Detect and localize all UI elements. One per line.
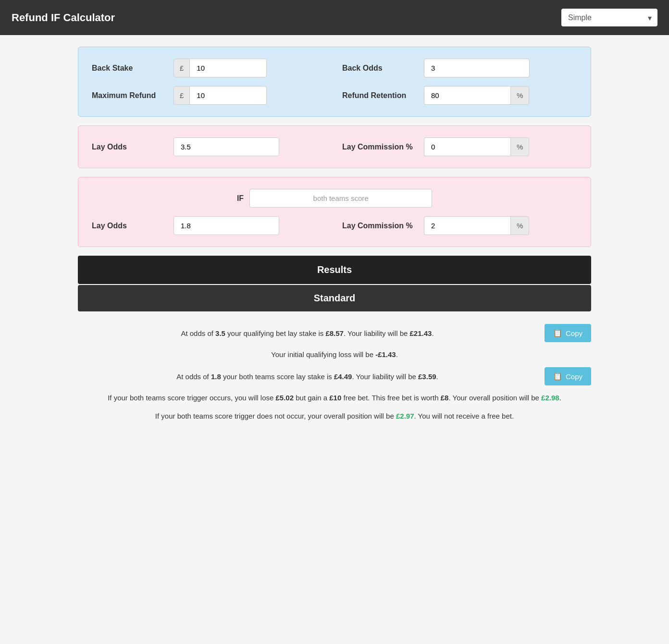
result-text-3: At odds of 1.8 your both teams score lay…	[78, 372, 537, 381]
refund-retention-label: Refund Retention	[342, 91, 419, 100]
lay-commission-input-group-1: %	[424, 137, 529, 156]
result-text-1: At odds of 3.5 your qualifying bet lay s…	[78, 329, 537, 337]
lay-odds-row-1: Lay Odds Lay Commission % %	[92, 137, 577, 156]
result-lose: £5.02	[275, 394, 294, 402]
result-stake-3: £4.49	[334, 372, 352, 381]
lay-commission-suffix-1: %	[510, 137, 529, 156]
back-odds-group: Back Odds	[342, 59, 577, 77]
result-position-1: £2.98	[541, 394, 559, 402]
lay-commission-group-1: Lay Commission % %	[342, 137, 577, 156]
back-odds-label: Back Odds	[342, 64, 419, 73]
result-liability-1: £21.43	[410, 329, 432, 337]
if-row: IF	[92, 189, 577, 208]
if-input[interactable]	[249, 189, 432, 208]
lay-odds-label-1: Lay Odds	[92, 143, 169, 151]
result-row-4: If your both teams score trigger occurs,…	[78, 392, 591, 404]
header: Refund IF Calculator Simple Advanced	[0, 0, 669, 35]
max-refund-input[interactable]	[190, 86, 267, 105]
result-worth: £8	[441, 394, 449, 402]
lay-bet-card-2: IF Lay Odds Lay Commission % %	[78, 177, 591, 247]
back-stake-row: Back Stake £ Back Odds	[92, 59, 577, 77]
back-stake-group: Back Stake £	[92, 59, 327, 77]
back-stake-label: Back Stake	[92, 64, 169, 73]
copy-button-1[interactable]: 📋 Copy	[545, 324, 591, 342]
lay-commission-input-1[interactable]	[424, 137, 510, 156]
refund-retention-group: Refund Retention %	[342, 86, 577, 105]
max-refund-prefix: £	[173, 86, 190, 105]
lay-commission-group-2: Lay Commission % %	[342, 216, 577, 235]
back-odds-input[interactable]	[424, 59, 530, 77]
result-odds-1: 3.5	[215, 329, 225, 337]
results-bar: Results	[78, 256, 591, 284]
result-row-1: At odds of 3.5 your qualifying bet lay s…	[78, 324, 591, 342]
result-odds-3: 1.8	[211, 372, 221, 381]
back-stake-prefix: £	[173, 59, 190, 77]
lay-odds-group-2: Lay Odds	[92, 216, 327, 235]
max-refund-group: Maximum Refund £	[92, 86, 327, 105]
result-stake-1: £8.57	[325, 329, 344, 337]
refund-retention-input[interactable]	[424, 86, 510, 105]
if-label: IF	[237, 194, 244, 203]
max-refund-row: Maximum Refund £ Refund Retention %	[92, 86, 577, 105]
result-position-2: £2.97	[396, 412, 414, 420]
mode-select[interactable]: Simple Advanced	[561, 9, 657, 26]
back-bet-card: Back Stake £ Back Odds Maximum Refund £	[78, 47, 591, 117]
lay-odds-input-2[interactable]	[173, 216, 279, 235]
result-row-5: If your both teams score trigger does no…	[78, 410, 591, 422]
copy-icon-1: 📋	[553, 329, 562, 337]
refund-retention-suffix: %	[510, 86, 529, 105]
back-stake-input-group: £	[173, 59, 267, 77]
lay-odds-group-1: Lay Odds	[92, 137, 327, 156]
result-loss: -£1.43	[375, 350, 396, 359]
lay-odds-input-1[interactable]	[173, 137, 279, 156]
max-refund-input-group: £	[173, 86, 267, 105]
lay-commission-input-2[interactable]	[424, 216, 510, 235]
lay-commission-suffix-2: %	[510, 216, 529, 235]
standard-bar: Standard	[78, 285, 591, 311]
copy-icon-2: 📋	[553, 372, 562, 381]
main-content: Back Stake £ Back Odds Maximum Refund £	[70, 47, 599, 433]
copy-button-2[interactable]: 📋 Copy	[545, 367, 591, 385]
lay-odds-label-2: Lay Odds	[92, 222, 169, 230]
lay-commission-input-group-2: %	[424, 216, 529, 235]
lay-commission-label-2: Lay Commission %	[342, 222, 419, 230]
result-liability-3: £3.59	[418, 372, 436, 381]
max-refund-label: Maximum Refund	[92, 91, 169, 100]
results-content: At odds of 3.5 your qualifying bet lay s…	[78, 320, 591, 433]
refund-retention-input-group: %	[424, 86, 529, 105]
copy-label-2: Copy	[566, 372, 582, 381]
page-title: Refund IF Calculator	[12, 12, 115, 24]
lay-commission-label-1: Lay Commission %	[342, 143, 419, 151]
result-free: £10	[329, 394, 341, 402]
result-row-2: Your initial qualifying loss will be -£1…	[78, 349, 591, 360]
lay-bet-card-1: Lay Odds Lay Commission % %	[78, 125, 591, 168]
lay-odds-row-2: Lay Odds Lay Commission % %	[92, 216, 577, 235]
mode-select-wrapper[interactable]: Simple Advanced	[561, 9, 657, 26]
result-row-3: At odds of 1.8 your both teams score lay…	[78, 367, 591, 385]
copy-label-1: Copy	[566, 329, 582, 337]
back-stake-input[interactable]	[190, 59, 267, 77]
